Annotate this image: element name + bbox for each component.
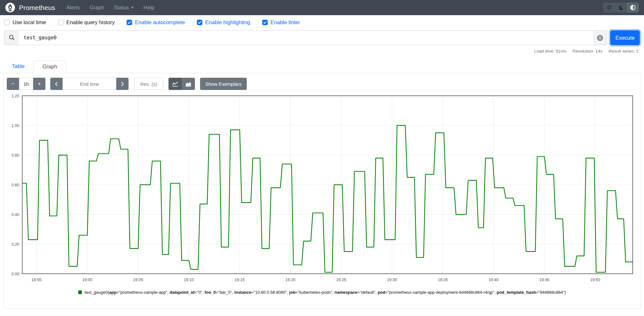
nav-item-help[interactable]: Help <box>143 5 154 11</box>
svg-text:1.00: 1.00 <box>12 123 19 128</box>
query-expression-input[interactable] <box>19 30 593 45</box>
moon-icon <box>618 5 624 11</box>
checkbox-enable-highlighting[interactable]: Enable highlighting <box>197 19 250 25</box>
result-series-stat: Result series: 1 <box>609 49 639 54</box>
prometheus-logo-icon <box>5 3 15 13</box>
query-options-row: Use local time Enable query history Enab… <box>0 15 644 29</box>
end-time-control-group <box>50 78 129 90</box>
checkbox-enable-query-history[interactable]: Enable query history <box>58 19 115 25</box>
chevron-left-icon <box>55 82 58 86</box>
checkbox-enable-linter[interactable]: Enable linter <box>262 19 300 25</box>
svg-text:19:50: 19:50 <box>590 278 600 282</box>
chevron-right-icon <box>121 82 124 86</box>
tab-graph[interactable]: Graph <box>33 60 66 73</box>
show-exemplars-button[interactable]: Show Exemplars <box>200 78 247 90</box>
graph-controls: − + Show Exemplars <box>4 73 640 93</box>
checkbox-box <box>197 20 202 25</box>
nav-item-graph[interactable]: Graph <box>90 5 104 11</box>
range-increase-button[interactable]: + <box>33 78 45 90</box>
svg-text:0.40: 0.40 <box>12 212 19 217</box>
chart-legend: test_gauge0{app="prometheus-sample-app",… <box>4 290 640 295</box>
svg-text:19:30: 19:30 <box>387 278 397 282</box>
stacked-chart-toggle-button[interactable] <box>182 78 195 90</box>
search-icon <box>4 30 19 45</box>
chevron-down-icon <box>131 7 134 8</box>
svg-text:19:00: 19:00 <box>82 278 92 282</box>
checkbox-box <box>58 20 63 25</box>
query-bar: Execute <box>4 30 640 45</box>
svg-text:0.60: 0.60 <box>12 183 19 187</box>
settings-gear-icon[interactable]: ⚙ <box>603 3 615 13</box>
svg-text:19:25: 19:25 <box>336 278 346 282</box>
svg-text:19:35: 19:35 <box>438 278 448 282</box>
range-duration-input[interactable] <box>19 78 33 90</box>
series-label-text[interactable]: test_gauge0{app="prometheus-sample-app",… <box>85 290 566 295</box>
execute-button[interactable]: Execute <box>610 30 640 45</box>
navbar-links: Alerts Graph Status Help <box>66 5 155 11</box>
metrics-explorer-globe-icon[interactable] <box>593 30 607 45</box>
time-back-button[interactable] <box>50 78 62 90</box>
prometheus-brand[interactable]: Prometheus <box>5 3 55 13</box>
query-input-group <box>4 30 607 45</box>
end-time-input[interactable] <box>62 78 116 90</box>
range-control-group: − + <box>7 78 45 90</box>
svg-text:1.20: 1.20 <box>12 94 19 98</box>
navbar: Prometheus Alerts Graph Status Help ⚙ <box>0 0 644 15</box>
tab-table[interactable]: Table <box>3 60 33 73</box>
time-forward-button[interactable] <box>116 78 129 90</box>
line-chart-icon <box>172 81 178 87</box>
svg-text:19:10: 19:10 <box>184 278 194 282</box>
time-series-chart: 0.000.200.400.600.801.001.2018:5519:0019… <box>7 93 640 287</box>
svg-text:0.00: 0.00 <box>12 272 19 276</box>
checkbox-use-local-time[interactable]: Use local time <box>4 19 46 25</box>
svg-text:0.20: 0.20 <box>12 242 19 247</box>
resolution-stat: Resolution: 14s <box>572 49 602 54</box>
query-stats: Load time: 91ms Resolution: 14s Result s… <box>0 49 644 54</box>
dark-mode-moon-icon[interactable] <box>615 3 627 13</box>
series-color-swatch <box>78 291 82 294</box>
brand-title: Prometheus <box>19 4 55 12</box>
checkbox-box <box>262 20 268 25</box>
resolution-input[interactable] <box>134 78 163 90</box>
svg-text:19:05: 19:05 <box>133 278 143 282</box>
svg-text:0.80: 0.80 <box>12 153 19 158</box>
stacked-chart-icon <box>185 81 191 87</box>
contrast-half-icon <box>630 5 636 11</box>
load-time-stat: Load time: 91ms <box>534 49 566 54</box>
graph-panel: − + Show Exemplars 0.000.200.400.600.801… <box>3 73 641 309</box>
theme-toggle-group: ⚙ <box>603 3 639 13</box>
svg-text:19:45: 19:45 <box>539 278 549 282</box>
svg-text:18:55: 18:55 <box>32 278 42 282</box>
line-chart-toggle-button[interactable] <box>168 78 182 90</box>
range-decrease-button[interactable]: − <box>7 78 19 90</box>
checkbox-enable-autocomplete[interactable]: Enable autocomplete <box>127 19 185 25</box>
svg-text:19:20: 19:20 <box>285 278 295 282</box>
chart-plot-area[interactable]: 0.000.200.400.600.801.001.2018:5519:0019… <box>7 93 637 287</box>
checkbox-box <box>127 20 132 25</box>
nav-item-alerts[interactable]: Alerts <box>66 5 80 11</box>
svg-text:19:15: 19:15 <box>235 278 245 282</box>
svg-text:19:40: 19:40 <box>488 278 498 282</box>
nav-item-status-dropdown[interactable]: Status <box>114 5 134 11</box>
checkbox-box <box>4 20 10 25</box>
result-tabs: Table Graph <box>3 60 641 73</box>
auto-contrast-icon[interactable] <box>627 3 639 13</box>
chart-type-toggle-group <box>168 78 195 90</box>
